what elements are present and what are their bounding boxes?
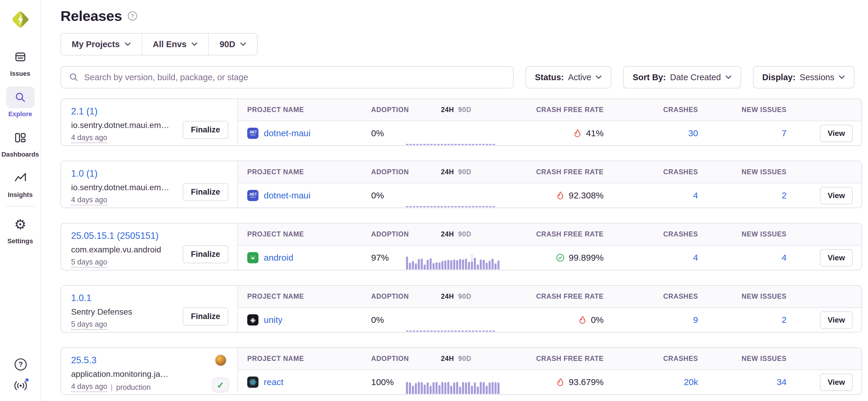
sidebar-item-label: Explore	[8, 110, 32, 118]
commit-check-button[interactable]: ✓	[212, 378, 229, 393]
sidebar-item-insights[interactable]: Insights	[0, 167, 41, 199]
col-crashes: CRASHES	[663, 106, 698, 114]
view-button[interactable]: View	[820, 125, 852, 142]
table-header: PROJECT NAME ADOPTION 24H90D CRASH FREE …	[238, 99, 862, 121]
table-row: ◈ unity 0% 0% 9 2 View	[238, 308, 862, 332]
release-age[interactable]: 4 days ago	[71, 382, 107, 392]
range-24h-toggle[interactable]: 24H	[441, 230, 454, 238]
sidebar: Issues Explore Dashboards	[0, 0, 41, 401]
display-dropdown-value: Sessions	[800, 72, 834, 82]
release-version-link[interactable]: 25.5.3	[71, 355, 96, 366]
chevron-down-icon	[725, 75, 732, 79]
col-chart-range: 24H90D	[441, 355, 471, 363]
release-table: PROJECT NAME ADOPTION 24H90D CRASH FREE …	[238, 286, 862, 332]
project-link[interactable]: unity	[264, 315, 282, 325]
display-dropdown[interactable]: Display: Sessions	[753, 66, 855, 89]
release-meta: 2.1 (1) io.sentry.dotnet.maui.em… 4 days…	[61, 99, 238, 145]
table-header: PROJECT NAME ADOPTION 24H90D CRASH FREE …	[238, 224, 862, 245]
release-package: com.example.vu.android	[71, 245, 198, 255]
range-90d-toggle[interactable]: 90D	[458, 168, 471, 176]
range-24h-toggle[interactable]: 24H	[441, 168, 454, 176]
sidebar-item-label: Settings	[7, 237, 33, 245]
project-link[interactable]: dotnet-maui	[264, 191, 310, 201]
dashed-line	[406, 206, 495, 207]
release-card: 2.1 (1) io.sentry.dotnet.maui.em… 4 days…	[60, 98, 862, 146]
finalize-button[interactable]: Finalize	[183, 121, 228, 139]
adoption-value: 97%	[362, 253, 406, 263]
dotnet-maui-platform-icon: .NETMAUI	[247, 128, 258, 139]
range-90d-toggle[interactable]: 90D	[458, 355, 471, 362]
new-issues-link[interactable]: 34	[777, 377, 786, 387]
view-button[interactable]: View	[820, 311, 852, 329]
view-button[interactable]: View	[820, 249, 852, 267]
range-90d-toggle[interactable]: 90D	[458, 293, 471, 300]
range-24h-toggle[interactable]: 24H	[441, 106, 454, 113]
sort-by-dropdown[interactable]: Sort By: Date Created	[623, 66, 741, 89]
col-adoption: ADOPTION	[362, 355, 406, 363]
chevron-down-icon	[125, 42, 131, 46]
finalize-button[interactable]: Finalize	[183, 245, 228, 263]
finalize-button[interactable]: Finalize	[183, 307, 228, 326]
col-chart-range: 24H90D	[441, 168, 471, 176]
range-24h-toggle[interactable]: 24H	[441, 293, 454, 300]
view-button[interactable]: View	[820, 374, 852, 391]
release-version-link[interactable]: 25.05.15.1 (2505151)	[71, 231, 158, 241]
crashes-link[interactable]: 20k	[684, 377, 698, 387]
release-version-link[interactable]: 2.1 (1)	[71, 106, 98, 117]
crashes-link[interactable]: 4	[693, 253, 698, 262]
broadcast-icon[interactable]	[13, 378, 28, 393]
avatar[interactable]	[215, 355, 226, 366]
dotnet-maui-platform-icon: .NETMAUI	[247, 190, 258, 201]
help-icon[interactable]: ?	[13, 357, 28, 371]
issues-icon	[6, 46, 34, 68]
release-meta: 1.0.1 Sentry Defenses 5 days ago Finaliz…	[61, 286, 238, 332]
new-issues-link[interactable]: 4	[781, 253, 786, 262]
sidebar-item-dashboards[interactable]: Dashboards	[0, 127, 41, 158]
page-help-icon[interactable]: ?	[127, 11, 137, 21]
crash-free-cell: 92.308%	[556, 191, 603, 201]
release-age[interactable]: 5 days ago	[71, 258, 107, 268]
release-version-link[interactable]: 1.0 (1)	[71, 168, 98, 179]
crash-free-value: 93.679%	[569, 377, 603, 387]
release-table: PROJECT NAME ADOPTION 24H90D CRASH FREE …	[238, 161, 862, 208]
crashes-link[interactable]: 30	[688, 128, 698, 138]
crashes-link[interactable]: 9	[693, 315, 698, 325]
status-dropdown[interactable]: Status: Active	[525, 66, 611, 89]
check-circle-icon	[556, 253, 565, 262]
project-filter[interactable]: My Projects	[61, 34, 142, 55]
search-input[interactable]	[84, 72, 505, 82]
dashboards-icon	[6, 127, 34, 148]
release-age[interactable]: 4 days ago	[71, 196, 107, 205]
release-age[interactable]: 5 days ago	[71, 320, 107, 330]
notification-dot	[25, 377, 30, 382]
sidebar-item-settings[interactable]: ⚙ Settings	[0, 213, 41, 245]
range-90d-toggle[interactable]: 90D	[458, 230, 471, 238]
range-90d-toggle[interactable]: 90D	[458, 106, 471, 113]
project-link[interactable]: android	[264, 253, 293, 263]
new-issues-link[interactable]: 7	[781, 128, 786, 138]
environment-filter[interactable]: All Envs	[142, 34, 208, 55]
crashes-link[interactable]: 4	[693, 191, 698, 200]
project-link[interactable]: react	[264, 377, 283, 387]
finalize-button[interactable]: Finalize	[183, 183, 228, 201]
crash-free-value: 0%	[591, 315, 603, 325]
release-table: PROJECT NAME ADOPTION 24H90D CRASH FREE …	[238, 224, 862, 270]
new-issues-link[interactable]: 2	[781, 191, 786, 200]
crash-free-cell: 99.899%	[556, 253, 603, 263]
view-button[interactable]: View	[820, 187, 852, 204]
sidebar-item-issues[interactable]: Issues	[0, 46, 41, 77]
adoption-chart-empty	[406, 129, 506, 145]
range-24h-toggle[interactable]: 24H	[441, 355, 454, 362]
org-logo-icon[interactable]	[11, 10, 30, 29]
adoption-value: 0%	[362, 315, 406, 325]
release-version-link[interactable]: 1.0.1	[71, 293, 91, 303]
col-crash-free-rate: CRASH FREE RATE	[536, 293, 603, 300]
new-issues-link[interactable]: 2	[781, 315, 786, 325]
chevron-down-icon	[838, 75, 845, 79]
date-range-filter[interactable]: 90D	[208, 34, 257, 55]
release-age[interactable]: 4 days ago	[71, 133, 107, 143]
sidebar-footer: ?	[0, 357, 41, 393]
sidebar-item-explore[interactable]: Explore	[0, 87, 41, 118]
project-link[interactable]: dotnet-maui	[264, 128, 310, 138]
col-project-name: PROJECT NAME	[238, 355, 362, 363]
